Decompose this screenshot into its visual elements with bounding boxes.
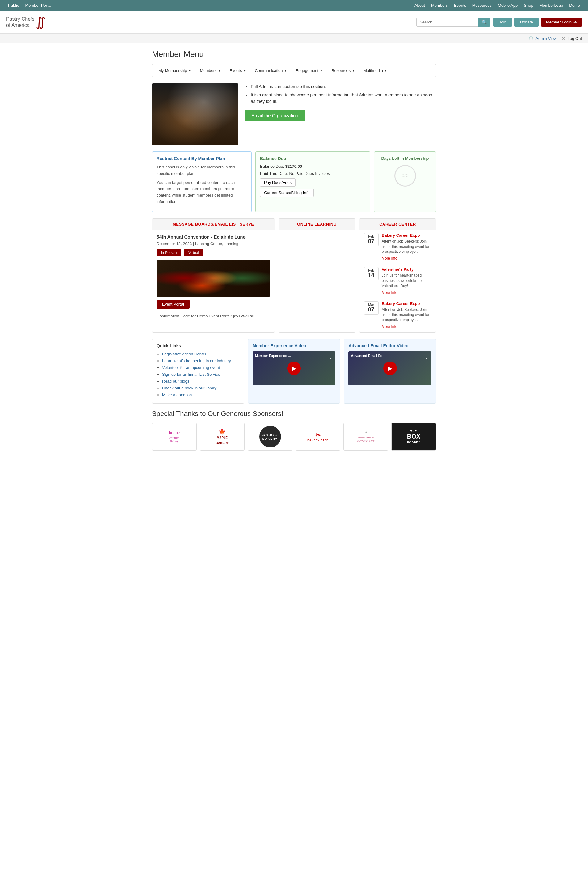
top-nav-memberleap[interactable]: MemberLeap	[536, 0, 566, 11]
nav-engagement[interactable]: Engagement ▼	[292, 67, 326, 74]
video2-panel: Advanced Email Editor Video Advanced Ema…	[344, 339, 436, 404]
quick-link-7-anchor[interactable]: Make a donation	[162, 392, 192, 397]
career-title-2: Valentine's Party	[382, 267, 431, 272]
video2-menu-icon[interactable]: ⋮	[424, 354, 429, 360]
balance-due-line: Balance Due: $2170.00	[260, 164, 366, 169]
online-learning-body	[279, 230, 355, 236]
sponsor-maple-logo: 🍁 MAPLE BAKERY	[216, 428, 229, 445]
career-date-box-3: Mar 07	[364, 301, 379, 314]
billing-info-button[interactable]: Current Status/Billing Info	[260, 188, 314, 197]
career-desc-3: Attention Job Seekers: Join us for this …	[382, 307, 431, 323]
top-nav-resources[interactable]: Resources	[470, 0, 495, 11]
info-panels: Restrict Content By Member Plan This pan…	[152, 152, 436, 212]
logo-line2: of America	[6, 22, 34, 28]
video2-play-button[interactable]: ▶	[383, 362, 397, 375]
event-title: 54th Annual Convention - Eclair de Lune	[157, 234, 270, 239]
logo-area: Pastry Chefs of America ∬	[6, 15, 46, 29]
nav-engagement-label: Engagement	[296, 68, 318, 73]
x-icon: ✕	[562, 36, 565, 41]
days-value: 0/0	[402, 173, 408, 179]
message-board-header: MESSAGE BOARDS/EMAIL LIST SERVE	[152, 219, 274, 230]
email-org-button[interactable]: Email the Organization	[244, 110, 305, 121]
more-info-2[interactable]: More Info	[382, 290, 398, 295]
days-panel-title: Days Left in Membership	[379, 156, 431, 161]
video1-play-button[interactable]: ▶	[287, 362, 301, 375]
career-item-1: Feb 07 Bakery Career Expo Attention Job …	[360, 230, 436, 264]
top-nav-demo[interactable]: Demo	[566, 0, 583, 11]
join-button[interactable]: Join	[494, 18, 512, 27]
career-info-1: Bakery Career Expo Attention Job Seekers…	[382, 233, 431, 260]
nav-events[interactable]: Events ▼	[226, 67, 250, 74]
career-info-3: Bakery Career Expo Attention Job Seekers…	[382, 301, 431, 329]
restrict-panel-text2: You can target personalized content to e…	[157, 180, 247, 205]
welcome-image	[152, 83, 238, 145]
restrict-panel-text1: This panel is only visible for members i…	[157, 164, 247, 177]
top-nav-member-portal[interactable]: Member Portal	[22, 0, 54, 11]
welcome-bullet-1: Full Admins can customize this section.	[251, 83, 436, 90]
quick-link-6-anchor[interactable]: Check out a book in our library	[162, 386, 216, 390]
top-nav-mobile-app[interactable]: Mobile App	[495, 0, 520, 11]
admin-view-link[interactable]: ⓘ Admin View	[529, 36, 556, 41]
quick-link-1-anchor[interactable]: Legislative Action Center	[162, 352, 206, 356]
pay-dues-button[interactable]: Pay Dues/Fees	[260, 178, 296, 186]
top-nav-events[interactable]: Events	[451, 0, 470, 11]
in-person-button[interactable]: In Person	[157, 249, 181, 257]
quick-link-5-anchor[interactable]: Read our blogs	[162, 379, 189, 383]
log-out-label: Log Out	[568, 36, 582, 41]
nav-my-membership[interactable]: My Membership ▼	[155, 67, 195, 74]
career-month-2: Feb	[365, 269, 377, 272]
virtual-button[interactable]: Virtual	[184, 249, 203, 257]
top-nav-about[interactable]: About	[411, 0, 428, 11]
nav-members[interactable]: Members ▼	[196, 67, 225, 74]
online-learning-header: ONLINE LEARNING	[279, 219, 355, 230]
sponsor-maple-bakery: 🍁 MAPLE BAKERY	[200, 423, 244, 451]
logo-text: Pastry Chefs of America	[6, 16, 34, 28]
top-nav-members[interactable]: Members	[428, 0, 451, 11]
quick-links-panel: Quick Links Legislative Action Center Le…	[152, 339, 244, 404]
sponsor-sweet-cream: ✦ sweet cream CUPCAKERY	[344, 423, 388, 451]
nav-communication[interactable]: Communication ▼	[251, 67, 291, 74]
sponsor-sweet-logo: ✦ sweet cream CUPCAKERY	[357, 430, 375, 442]
sponsor-anjou-bakery: ANJOU BAKERY	[248, 423, 292, 451]
paid-thru-line: Paid Thru Date: No Paid Dues Invoices	[260, 171, 366, 176]
career-desc-2: Join us for heart-shaped pastries as we …	[382, 273, 431, 288]
video1-menu-icon[interactable]: ⋮	[328, 354, 333, 360]
nav-resources[interactable]: Resources ▼	[328, 67, 358, 74]
quick-link-1: Legislative Action Center	[162, 351, 240, 356]
quick-link-3-anchor[interactable]: Volunteer for an upcoming event	[162, 365, 220, 370]
balance-panel: Balance Due Balance Due: $2170.00 Paid T…	[255, 152, 370, 212]
video1-thumbnail[interactable]: Member Experience ... ⋮ ▶	[253, 351, 336, 385]
message-board-column: MESSAGE BOARDS/EMAIL LIST SERVE 54th Ann…	[152, 218, 275, 332]
more-info-1[interactable]: More Info	[382, 256, 398, 260]
career-info-2: Valentine's Party Join us for heart-shap…	[382, 267, 431, 295]
member-login-button[interactable]: Member Login ➔	[541, 18, 582, 27]
top-nav-public[interactable]: Public	[5, 0, 22, 11]
nav-multimedia[interactable]: Multimedia ▼	[360, 67, 391, 74]
top-nav-shop[interactable]: Shop	[520, 0, 536, 11]
event-date: December 12, 2023 | Lansing Center, Lans…	[157, 241, 270, 246]
nav-resources-label: Resources	[332, 68, 351, 73]
career-center-header: CAREER CENTER	[360, 219, 436, 230]
chevron-down-icon: ▼	[243, 69, 246, 72]
header-search: 🔍	[416, 18, 490, 27]
quick-link-7: Make a donation	[162, 392, 240, 397]
quick-link-4-anchor[interactable]: Sign up for an Email List Service	[162, 372, 220, 377]
search-input[interactable]	[416, 18, 478, 27]
career-title-3: Bakery Career Expo	[382, 301, 431, 306]
more-info-3[interactable]: More Info	[382, 325, 398, 329]
video1-label: Member Experience ...	[255, 354, 291, 358]
log-out-link[interactable]: ✕ Log Out	[562, 36, 582, 41]
video2-thumbnail[interactable]: Advanced Email Edit... ⋮ ▶	[348, 351, 431, 385]
event-portal-button[interactable]: Event Portal	[157, 300, 190, 309]
logo-line1: Pastry Chefs	[6, 16, 34, 22]
event-image	[157, 260, 270, 297]
video1-panel: Member Experience Video Member Experienc…	[248, 339, 340, 404]
donate-button[interactable]: Donate	[514, 18, 538, 27]
quick-link-2-anchor[interactable]: Learn what's happening in our industry	[162, 358, 231, 363]
admin-bar: ⓘ Admin View ✕ Log Out	[0, 34, 588, 43]
sponsors-title: Special Thanks to Our Generous Sponsors!	[152, 410, 436, 418]
bottom-section: Quick Links Legislative Action Center Le…	[152, 339, 436, 404]
nav-multimedia-label: Multimedia	[363, 68, 383, 73]
search-button[interactable]: 🔍	[478, 18, 490, 27]
page-title: Member Menu	[152, 50, 436, 59]
